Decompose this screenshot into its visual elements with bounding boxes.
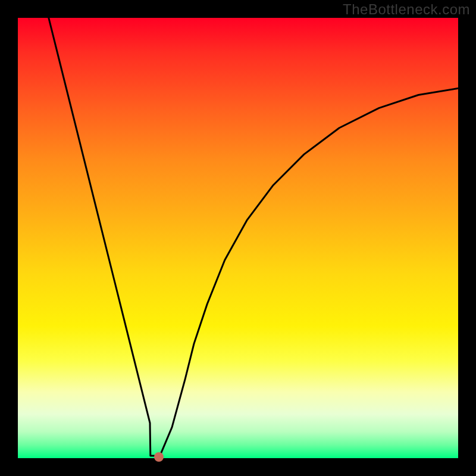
plot-area bbox=[18, 18, 458, 458]
optimum-marker bbox=[154, 452, 164, 462]
bottleneck-curve bbox=[18, 18, 458, 458]
watermark-text: TheBottleneck.com bbox=[343, 1, 470, 18]
chart-frame: TheBottleneck.com bbox=[0, 0, 476, 476]
